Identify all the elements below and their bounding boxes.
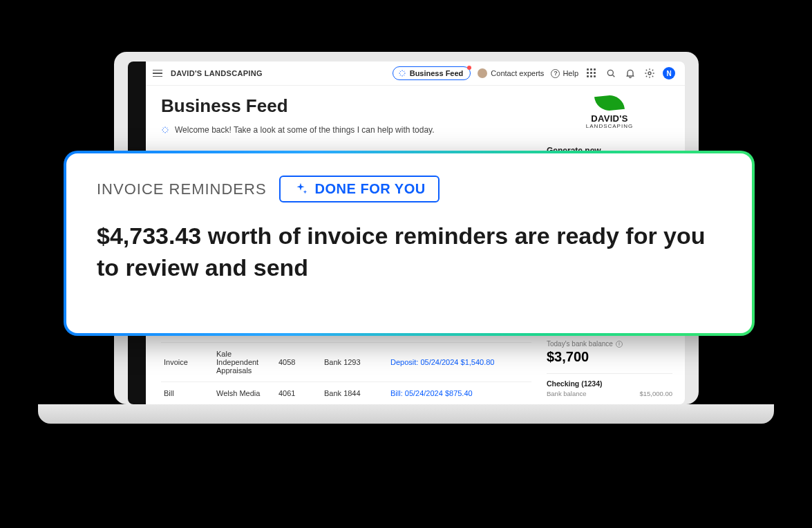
done-for-you-badge: DONE FOR YOU bbox=[279, 176, 440, 202]
account-row[interactable]: Checking (1234) Bank balance $15,000.00 bbox=[547, 373, 672, 397]
logo-sub: LANDSCAPING bbox=[586, 123, 633, 129]
page-title: Business Feed bbox=[161, 95, 531, 117]
menu-icon[interactable] bbox=[153, 68, 164, 79]
done-for-you-label: DONE FOR YOU bbox=[315, 181, 426, 197]
company-logo: DAVID'S LANDSCAPING bbox=[547, 95, 672, 129]
info-icon[interactable]: i bbox=[616, 341, 623, 348]
welcome-row: Welcome back! Take a look at some of the… bbox=[161, 125, 531, 135]
num-cell: 4058 bbox=[278, 358, 320, 366]
party-cell: Kale Independent Appraisals bbox=[216, 350, 274, 375]
search-icon bbox=[605, 68, 616, 79]
balance-label: Today's bank balance i bbox=[547, 340, 672, 348]
leaf-icon bbox=[594, 94, 625, 112]
company-name: DAVID'S LANDSCAPING bbox=[171, 69, 263, 77]
apps-grid-icon bbox=[587, 68, 596, 78]
business-feed-pill[interactable]: Business Feed bbox=[393, 66, 471, 80]
help-button[interactable]: ? Help bbox=[551, 69, 578, 78]
detail-link[interactable]: Bill: 05/24/2024 $875.40 bbox=[390, 389, 529, 397]
sparkle-icon bbox=[293, 182, 308, 197]
gear-icon bbox=[644, 68, 655, 79]
notifications-button[interactable] bbox=[624, 67, 636, 79]
notification-dot bbox=[467, 66, 471, 70]
help-label: Help bbox=[563, 69, 578, 77]
user-avatar[interactable]: N bbox=[663, 67, 675, 79]
callout-category: INVOICE REMINDERS bbox=[97, 180, 267, 198]
search-button[interactable] bbox=[605, 67, 617, 79]
transaction-table: Invoice Kale Independent Appraisals 4058… bbox=[161, 342, 531, 404]
account-name: Checking (1234) bbox=[547, 379, 672, 388]
account-sub-value: $15,000.00 bbox=[639, 390, 672, 397]
welcome-text: Welcome back! Take a look at some of the… bbox=[175, 125, 435, 135]
laptop-base bbox=[38, 404, 774, 424]
sparkle-icon bbox=[398, 69, 406, 77]
callout-message: $4,733.43 worth of invoice reminders are… bbox=[97, 220, 719, 284]
expert-avatar-icon bbox=[478, 68, 487, 78]
topbar: DAVID'S LANDSCAPING Business Feed Contac… bbox=[146, 62, 685, 86]
bank-accounts-section: Bank accounts As of today Today's bank b… bbox=[547, 326, 672, 404]
logo-name: DAVID'S bbox=[586, 113, 633, 124]
total-balance: $3,700 bbox=[547, 349, 672, 365]
invoice-reminders-callout: INVOICE REMINDERS DONE FOR YOU $4,733.43… bbox=[64, 151, 755, 336]
apps-button[interactable] bbox=[585, 67, 598, 79]
bank-cell: Bank 1844 bbox=[324, 389, 386, 397]
party-cell: Welsh Media bbox=[216, 389, 274, 397]
type-cell: Invoice bbox=[164, 358, 212, 366]
bank-cell: Bank 1293 bbox=[324, 358, 386, 366]
contact-experts-label: Contact experts bbox=[491, 69, 544, 77]
table-row[interactable]: Bill Welsh Media 4061 Bank 1844 Bill: 05… bbox=[161, 381, 531, 404]
svg-point-1 bbox=[648, 72, 651, 75]
account-sub-label: Bank balance bbox=[547, 390, 587, 397]
business-feed-label: Business Feed bbox=[410, 69, 464, 77]
detail-link[interactable]: Deposit: 05/24/2024 $1,540.80 bbox=[390, 358, 529, 366]
num-cell: 4061 bbox=[278, 389, 320, 397]
type-cell: Bill bbox=[164, 389, 212, 397]
contact-experts-button[interactable]: Contact experts bbox=[478, 68, 544, 78]
table-row[interactable]: Invoice Kale Independent Appraisals 4058… bbox=[161, 342, 531, 381]
sparkle-icon bbox=[161, 126, 169, 134]
help-icon: ? bbox=[551, 69, 560, 78]
bell-icon bbox=[625, 68, 636, 79]
settings-button[interactable] bbox=[643, 67, 656, 79]
svg-point-0 bbox=[607, 70, 613, 75]
